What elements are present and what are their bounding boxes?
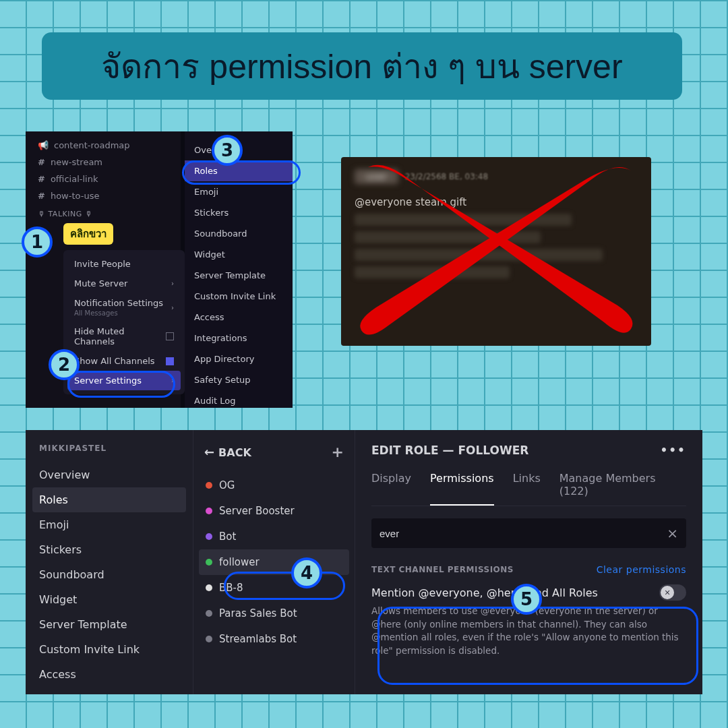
step-4-highlight	[224, 572, 345, 600]
nav-stickers[interactable]: Stickers	[26, 537, 193, 562]
clear-permissions-button[interactable]: Clear permissions	[597, 564, 686, 575]
right-click-hint: คลิกขวา	[63, 223, 113, 245]
role-color-dot	[206, 533, 212, 540]
submenu-custom-invite[interactable]: Custom Invite Link	[185, 286, 293, 307]
permission-toggle[interactable]	[659, 584, 686, 601]
tab-manage-members[interactable]: Manage Members (122)	[559, 472, 686, 506]
nav-server-template[interactable]: Server Template	[26, 612, 193, 637]
blurred-line	[355, 249, 603, 261]
role-color-dot	[206, 482, 212, 489]
hash-icon: #	[38, 157, 45, 167]
nav-widget[interactable]: Widget	[26, 587, 193, 612]
nav-overview[interactable]: Overview	[26, 462, 193, 487]
back-button[interactable]: ←BACK	[204, 445, 251, 459]
mention-everyone: @everyone	[355, 196, 412, 208]
add-role-button[interactable]: +	[332, 444, 344, 460]
submenu-access[interactable]: Access	[185, 307, 293, 328]
submenu-app-directory[interactable]: App Directory	[185, 348, 293, 369]
step-3-highlight	[182, 160, 301, 185]
ctx-invite-people[interactable]: Invite People	[67, 254, 181, 274]
section-header: TEXT CHANNEL PERMISSIONS Clear permissio…	[371, 564, 686, 575]
message-timestamp: 23/2/2568 BE, 03:48	[405, 172, 488, 181]
role-color-dot	[206, 610, 212, 617]
hash-icon: #	[38, 191, 45, 201]
nav-emoji[interactable]: Emoji	[26, 512, 193, 537]
step-1-badge: 1	[22, 226, 53, 257]
spam-message-example: user 23/2/2568 BE, 03:48 @everyone steam…	[341, 157, 651, 346]
step-3-badge: 3	[212, 135, 243, 166]
submenu-safety-setup[interactable]: Safety Setup	[185, 369, 293, 390]
step-2-badge: 2	[49, 349, 80, 380]
role-color-dot	[206, 559, 212, 566]
tab-permissions[interactable]: Permissions	[430, 472, 494, 506]
blurred-line	[355, 266, 510, 278]
message-header: user 23/2/2568 BE, 03:48	[341, 157, 651, 196]
role-color-dot	[206, 636, 212, 642]
role-bot[interactable]: Bot	[193, 524, 355, 549]
channel-item[interactable]: #new-stream	[26, 154, 181, 171]
nav-access[interactable]: Access	[26, 662, 193, 687]
permission-title: Mention @everyone, @here, and All Roles	[371, 586, 598, 599]
nav-custom-invite[interactable]: Custom Invite Link	[26, 637, 193, 662]
ctx-show-all[interactable]: Show All Channels	[67, 351, 181, 371]
category-talking[interactable]: 🎙 TALKING 🎙	[26, 204, 181, 221]
title-banner: จัดการ permission ต่าง ๆ บน server	[42, 32, 682, 100]
role-server-booster[interactable]: Server Booster	[193, 498, 355, 524]
hash-icon: #	[38, 174, 45, 184]
nav-soundboard[interactable]: Soundboard	[26, 562, 193, 587]
role-tabs: Display Permissions Links Manage Members…	[371, 472, 686, 506]
tab-links[interactable]: Links	[513, 472, 541, 506]
clear-search-button[interactable]: ×	[667, 525, 678, 541]
tab-display[interactable]: Display	[371, 472, 411, 506]
channel-item[interactable]: #official-link	[26, 171, 181, 187]
role-og[interactable]: OG	[193, 473, 355, 498]
role-paras-sales-bot[interactable]: Paras Sales Bot	[193, 601, 355, 626]
step-4-badge: 4	[291, 557, 322, 588]
submenu-server-template[interactable]: Server Template	[185, 265, 293, 286]
chevron-right-icon: ›	[171, 280, 174, 287]
section-title: TEXT CHANNEL PERMISSIONS	[371, 565, 514, 574]
ctx-hide-muted[interactable]: Hide Muted Channels	[67, 322, 181, 351]
announcement-icon: 📢	[38, 140, 49, 150]
role-color-dot	[206, 584, 212, 591]
blurred-line	[355, 214, 572, 226]
message-content: @everyone steam gift	[341, 196, 651, 208]
step-5-badge: 5	[511, 584, 542, 615]
checkbox-icon[interactable]	[166, 332, 174, 340]
step-2-highlight	[67, 371, 175, 398]
edit-role-header: EDIT ROLE — FOLLOWER •••	[371, 444, 686, 457]
ctx-notification-settings[interactable]: Notification SettingsAll Messages ›	[67, 293, 181, 322]
submenu-audit-log[interactable]: Audit Log	[185, 390, 293, 408]
submenu-soundboard[interactable]: Soundboard	[185, 223, 293, 244]
step-5-highlight	[377, 607, 698, 685]
edit-role-title: EDIT ROLE — FOLLOWER	[371, 444, 528, 457]
submenu-stickers[interactable]: Stickers	[185, 202, 293, 223]
submenu-widget[interactable]: Widget	[185, 244, 293, 265]
roles-list-column: ←BACK + OG Server Booster Bot follower B…	[193, 430, 355, 694]
blurred-line	[355, 231, 541, 243]
settings-sidebar: MIKKIPASTEL Overview Roles Emoji Sticker…	[26, 430, 193, 694]
ctx-mute-server[interactable]: Mute Server›	[67, 274, 181, 293]
role-color-dot	[206, 508, 212, 514]
arrow-left-icon: ←	[204, 445, 214, 459]
submenu-integrations[interactable]: Integrations	[185, 328, 293, 348]
channel-item[interactable]: 📢content-roadmap	[26, 137, 181, 154]
page-title: จัดการ permission ต่าง ๆ บน server	[101, 40, 622, 93]
nav-roles[interactable]: Roles	[32, 487, 186, 512]
chevron-right-icon: ›	[171, 304, 174, 311]
back-header: ←BACK +	[193, 444, 355, 473]
role-streamlabs-bot[interactable]: Streamlabs Bot	[193, 626, 355, 652]
search-input[interactable]	[380, 528, 667, 539]
checkbox-checked-icon[interactable]	[166, 357, 174, 365]
channel-item[interactable]: #how-to-use	[26, 187, 181, 204]
permission-search[interactable]: ×	[371, 518, 686, 548]
username-blurred: user	[355, 169, 398, 184]
server-name: MIKKIPASTEL	[26, 444, 193, 462]
more-options-button[interactable]: •••	[660, 444, 686, 457]
